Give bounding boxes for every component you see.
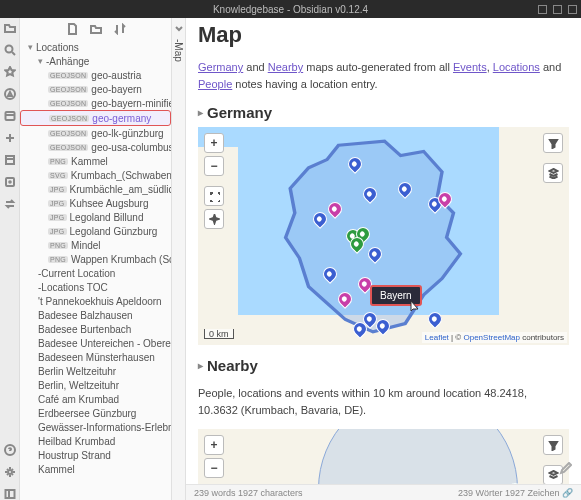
status-bar: 239 words 1927 characters 239 Wörter 192… xyxy=(186,484,581,500)
svg-point-5 xyxy=(9,181,11,183)
tree-item[interactable]: ▾-Anhänge xyxy=(20,54,171,68)
tree-item[interactable]: Berlin, Weltzeituhr xyxy=(20,378,171,392)
tree-item[interactable]: 't Pannekoekhuis Apeldoorn xyxy=(20,294,171,308)
tree-item[interactable]: PNGWappen Krumbach (Schwabe… xyxy=(20,252,171,266)
command-icon[interactable] xyxy=(4,132,16,144)
status-right: 239 Wörter 1927 Zeichen 🔗 xyxy=(458,488,573,498)
new-note-icon[interactable] xyxy=(66,23,78,35)
tree-item[interactable]: JPGLegoland Billund xyxy=(20,210,171,224)
tree-item[interactable]: Badesee Balzhausen xyxy=(20,308,171,322)
tree-item[interactable]: Kammel xyxy=(20,462,171,476)
tab-label[interactable]: -Map xyxy=(173,39,184,62)
window-maximize[interactable] xyxy=(553,5,562,14)
help-icon[interactable] xyxy=(4,444,16,456)
sort-icon[interactable] xyxy=(114,23,126,35)
svg-point-0 xyxy=(5,46,12,53)
edit-button[interactable] xyxy=(555,458,575,478)
zoom-out-button[interactable]: − xyxy=(204,156,224,176)
dice-icon[interactable] xyxy=(4,176,16,188)
folder-icon[interactable] xyxy=(4,22,16,34)
tree-item[interactable]: JPGKrumbächle_am_südlichen_O… xyxy=(20,182,171,196)
tree-item[interactable]: GEOJSONgeo-lk-günzburg xyxy=(20,126,171,140)
tree-item[interactable]: SVGKrumbach_(Schwaben)_in_GZ xyxy=(20,168,171,182)
nearby-paragraph: People, locations and events within 10 k… xyxy=(198,385,569,418)
tree-item[interactable]: -Locations TOC xyxy=(20,280,171,294)
fullscreen-button[interactable] xyxy=(204,186,224,206)
tree-item[interactable]: Erdbeersee Günzburg xyxy=(20,406,171,420)
tree-item[interactable]: Houstrup Strand xyxy=(20,448,171,462)
tree-item[interactable]: PNGKammel xyxy=(20,154,171,168)
window-controls xyxy=(538,5,577,14)
gear-icon[interactable] xyxy=(4,466,16,478)
map-germany[interactable]: Bayern + − 0 km Leaflet | © OpenStreetMa… xyxy=(198,127,569,345)
tree-item[interactable]: GEOJSONgeo-bayern-minified xyxy=(20,96,171,110)
tree-item[interactable]: Badesee Burtenbach xyxy=(20,322,171,336)
tree-item[interactable]: JPGLegoland Günzburg xyxy=(20,224,171,238)
link-locations[interactable]: Locations xyxy=(493,61,540,73)
compass-icon[interactable] xyxy=(4,88,16,100)
svg-point-7 xyxy=(8,470,12,474)
tree-item[interactable]: GEOJSONgeo-germany xyxy=(20,110,171,126)
tree-item[interactable]: GEOJSONgeo-bayern xyxy=(20,82,171,96)
note-pane: Map Germany and Nearby maps auto-generat… xyxy=(186,18,581,500)
status-left: 239 words 1927 characters xyxy=(194,488,303,498)
tree-item[interactable]: Badesee Untereichen - Oberegg xyxy=(20,336,171,350)
new-folder-icon[interactable] xyxy=(90,23,102,35)
filter-button[interactable] xyxy=(543,133,563,153)
layers-button[interactable] xyxy=(543,163,563,183)
map-scale: 0 km xyxy=(204,329,234,339)
collapse-icon[interactable]: ▸ xyxy=(198,360,203,371)
tree-item[interactable]: Badeseen Münsterhausen xyxy=(20,350,171,364)
zoom-in-button[interactable]: + xyxy=(204,133,224,153)
window-minimize[interactable] xyxy=(538,5,547,14)
tree-item[interactable]: PNGMindel xyxy=(20,238,171,252)
collapse-icon[interactable]: ▸ xyxy=(198,107,203,118)
locate-button[interactable] xyxy=(204,209,224,229)
file-tree[interactable]: ▾Locations▾-AnhängeGEOJSONgeo-austriaGEO… xyxy=(20,40,171,500)
tree-item[interactable]: GEOJSONgeo-austria xyxy=(20,68,171,82)
window-titlebar: Knowledgebase - Obsidian v0.12.4 xyxy=(0,0,581,18)
link-germany[interactable]: Germany xyxy=(198,61,243,73)
explorer-toolbar xyxy=(20,18,171,40)
calendar-icon[interactable] xyxy=(4,110,16,122)
tree-item[interactable]: JPGKuhsee Augsburg xyxy=(20,196,171,210)
tree-item[interactable]: Gewässer-Informations-Erlebnis-Pfa… xyxy=(20,420,171,434)
intro-paragraph: Germany and Nearby maps auto-generated f… xyxy=(198,59,569,92)
search-icon[interactable] xyxy=(4,44,16,56)
tree-item[interactable]: Heilbad Krumbad xyxy=(20,434,171,448)
filter-button[interactable] xyxy=(543,435,563,455)
link-events[interactable]: Events xyxy=(453,61,487,73)
tab-gutter: -Map xyxy=(172,18,186,500)
template-icon[interactable] xyxy=(4,154,16,166)
ribbon xyxy=(0,18,20,500)
sidebar-icon[interactable] xyxy=(4,488,16,500)
tree-item[interactable]: GEOJSONgeo-usa-columbus xyxy=(20,140,171,154)
window-title: Knowledgebase - Obsidian v0.12.4 xyxy=(213,4,368,15)
map-attribution: Leaflet | © OpenStreetMap contributors xyxy=(422,332,567,343)
file-explorer: ▾Locations▾-AnhängeGEOJSONgeo-austriaGEO… xyxy=(20,18,172,500)
chevron-down-icon[interactable] xyxy=(174,24,183,33)
link-people[interactable]: People xyxy=(198,78,232,90)
swap-icon[interactable] xyxy=(4,198,16,210)
heading-nearby: ▸Nearby xyxy=(198,357,569,374)
tree-item[interactable]: ▾Locations xyxy=(20,40,171,54)
tree-item[interactable]: Café am Krumbad xyxy=(20,392,171,406)
link-nearby[interactable]: Nearby xyxy=(268,61,303,73)
star-icon[interactable] xyxy=(4,66,16,78)
tree-item[interactable]: -Current Location xyxy=(20,266,171,280)
tree-item[interactable]: Berlin Weltzeituhr xyxy=(20,364,171,378)
cursor-icon xyxy=(406,299,422,315)
heading-germany: ▸Germany xyxy=(198,104,569,121)
zoom-out-button[interactable]: − xyxy=(204,458,224,478)
window-close[interactable] xyxy=(568,5,577,14)
page-title: Map xyxy=(198,22,569,48)
zoom-in-button[interactable]: + xyxy=(204,435,224,455)
